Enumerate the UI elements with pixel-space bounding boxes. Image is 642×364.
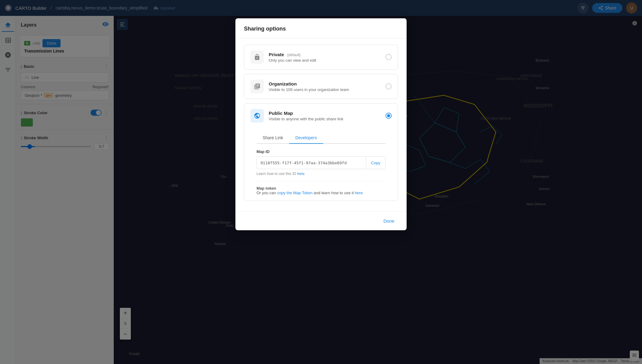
public-map-option[interactable]: Public Map Visible to anyone with the pu… — [244, 103, 398, 201]
map-token-label: Map token — [256, 186, 276, 191]
private-option-desc: Only you can view and edit — [269, 58, 381, 63]
organization-option-radio[interactable] — [386, 83, 392, 89]
map-id-help: Learn how to use this ID here. — [256, 172, 386, 176]
private-option-info: Private (default) Only you can view and … — [269, 52, 381, 63]
private-default-tag: (default) — [287, 53, 301, 57]
tab-developers[interactable]: Developers — [289, 132, 323, 144]
map-id-input[interactable] — [257, 158, 366, 168]
map-id-help-link[interactable]: here. — [297, 172, 305, 176]
tab-row: Share Link Developers — [256, 132, 386, 144]
public-map-option-radio[interactable] — [386, 113, 392, 119]
public-map-option-title: Public Map — [269, 111, 381, 116]
map-id-field: Copy — [256, 156, 386, 169]
organization-option-desc: Visible to 109 users in your organizatio… — [269, 87, 381, 92]
public-map-option-desc: Visible to anyone with the public share … — [269, 117, 381, 121]
sharing-options-modal: Sharing options Private (default) Only y… — [235, 18, 407, 230]
organization-option-title: Organization — [269, 81, 381, 86]
copy-map-token-link[interactable]: copy the Map Token — [277, 191, 312, 195]
copy-map-id-button[interactable]: Copy — [366, 157, 385, 169]
map-id-label: Map ID — [256, 149, 386, 154]
organization-option[interactable]: Organization Visible to 109 users in you… — [244, 74, 398, 99]
public-map-expanded: Share Link Developers Map ID Copy Learn … — [250, 132, 392, 201]
organization-option-icon-wrap — [250, 80, 264, 93]
map-token-help-link[interactable]: here. — [355, 191, 364, 195]
organization-option-info: Organization Visible to 109 users in you… — [269, 81, 381, 92]
private-option-icon-wrap — [250, 50, 264, 64]
modal-overlay: Sharing options Private (default) Only y… — [0, 0, 642, 364]
modal-header: Sharing options — [235, 18, 407, 38]
map-token-row: Map token Or you can copy the Map Token … — [256, 186, 386, 195]
field-divider — [256, 181, 386, 181]
public-map-icon-wrap — [250, 109, 264, 122]
private-option-title: Private (default) — [269, 52, 381, 57]
modal-body: Private (default) Only you can view and … — [235, 38, 407, 211]
private-option-radio[interactable] — [386, 54, 392, 60]
modal-footer: Done — [235, 211, 407, 230]
modal-done-button[interactable]: Done — [380, 217, 398, 225]
public-map-option-info: Public Map Visible to anyone with the pu… — [269, 111, 381, 121]
modal-title: Sharing options — [244, 26, 398, 32]
tab-share-link[interactable]: Share Link — [256, 132, 289, 144]
private-option[interactable]: Private (default) Only you can view and … — [244, 45, 398, 70]
